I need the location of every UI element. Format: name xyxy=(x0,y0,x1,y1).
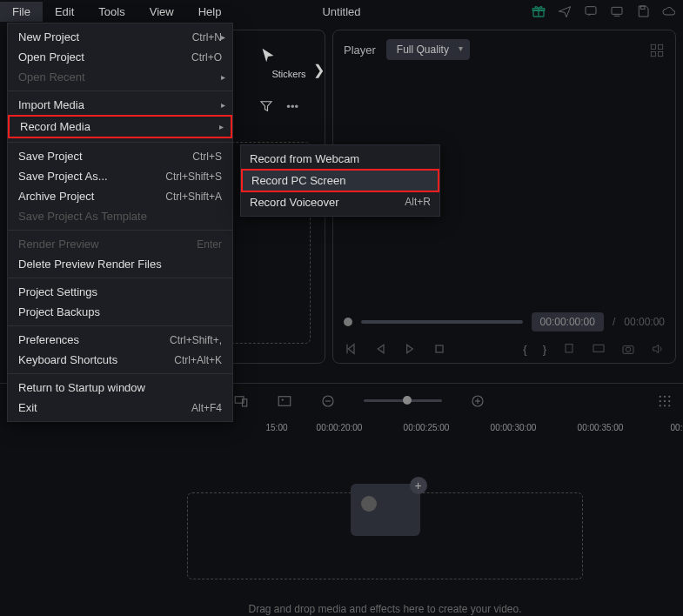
svg-rect-4 xyxy=(612,7,622,14)
menu-project-backups[interactable]: Project Backups xyxy=(8,302,232,322)
plane-icon[interactable] xyxy=(558,4,572,18)
panel-next-arrow[interactable]: ❯ xyxy=(313,62,325,78)
cloud-icon[interactable] xyxy=(662,4,676,18)
submenu-record-pc-screen[interactable]: Record PC Screen xyxy=(241,169,439,192)
menu-project-settings[interactable]: Project Settings xyxy=(8,282,232,302)
menu-keyboard-shortcuts[interactable]: Keyboard ShortcutsCtrl+Alt+K xyxy=(8,350,232,370)
menu-tools[interactable]: Tools xyxy=(86,2,137,22)
zoom-in-icon[interactable] xyxy=(470,393,485,409)
brace-left-icon[interactable]: { xyxy=(523,343,526,356)
chat-icon[interactable] xyxy=(584,4,598,18)
svg-point-31 xyxy=(664,399,666,401)
svg-point-21 xyxy=(282,398,284,400)
play-icon[interactable] xyxy=(403,342,417,356)
cursor-sticker-icon xyxy=(258,46,278,65)
progress-bar[interactable] xyxy=(361,320,523,324)
menu-import-media[interactable]: Import Media▸ xyxy=(8,95,232,115)
separator xyxy=(8,278,232,278)
svg-point-34 xyxy=(664,405,666,406)
chevron-right-icon: ▸ xyxy=(221,100,225,110)
menu-edit[interactable]: Edit xyxy=(43,2,86,22)
ruler-tick: 00:00:30:00 xyxy=(470,421,557,432)
svg-rect-6 xyxy=(640,6,645,9)
svg-rect-3 xyxy=(586,7,596,15)
total-time: 00:00:00 xyxy=(624,316,665,328)
menu-return-startup[interactable]: Return to Startup window xyxy=(8,378,232,398)
ruler-tick: 00:00:40 xyxy=(644,421,683,432)
svg-point-30 xyxy=(660,399,661,401)
submenu-record-webcam[interactable]: Record from Webcam xyxy=(241,149,439,169)
layout-grid-icon[interactable] xyxy=(649,43,665,58)
menu-save-project[interactable]: Save ProjectCtrl+S xyxy=(8,146,232,166)
submenu-record-voiceover[interactable]: Record VoiceoverAlt+R xyxy=(241,192,439,212)
svg-point-29 xyxy=(668,395,670,397)
svg-point-32 xyxy=(668,399,670,401)
record-media-submenu: Record from Webcam Record PC Screen Reco… xyxy=(240,144,440,217)
menu-delete-preview[interactable]: Delete Preview Render Files xyxy=(8,254,232,274)
chevron-right-icon: ▸ xyxy=(219,122,224,131)
menu-open-project[interactable]: Open ProjectCtrl+O xyxy=(8,47,232,67)
separator xyxy=(8,230,232,231)
ruler-tick: 00:00:25:00 xyxy=(383,421,470,432)
menu-help[interactable]: Help xyxy=(186,2,234,22)
save-icon[interactable] xyxy=(636,4,650,18)
menu-archive-project[interactable]: Archive ProjectCtrl+Shift+A xyxy=(8,186,232,206)
menu-record-media[interactable]: Record Media▸ xyxy=(8,115,232,138)
svg-rect-7 xyxy=(651,44,655,49)
menu-save-project-as[interactable]: Save Project As...Ctrl+Shift+S xyxy=(8,166,232,186)
media-placeholder-icon[interactable]: + xyxy=(351,484,420,536)
ruler-tick: 00:00:35:00 xyxy=(557,421,644,432)
brace-right-icon[interactable]: } xyxy=(543,343,546,356)
playhead-dot[interactable] xyxy=(344,318,352,326)
zoom-slider-thumb[interactable] xyxy=(403,396,412,405)
volume-icon[interactable] xyxy=(651,342,665,356)
play-back-icon[interactable] xyxy=(373,342,387,356)
sticker-label: Stickers xyxy=(258,69,319,79)
timeline-tracks[interactable]: + Drag and drop media and effects here t… xyxy=(0,439,683,595)
timeline-drop-zone[interactable]: + Drag and drop media and effects here t… xyxy=(187,492,583,579)
separator xyxy=(8,325,232,326)
svg-rect-8 xyxy=(659,44,663,49)
prev-frame-icon[interactable] xyxy=(344,342,358,356)
separator xyxy=(8,373,232,374)
menu-save-template: Save Project As Template xyxy=(8,206,232,226)
menu-open-recent: Open Recent▸ xyxy=(8,67,232,87)
add-media-button[interactable]: + xyxy=(410,477,427,494)
svg-rect-9 xyxy=(651,52,655,57)
svg-rect-12 xyxy=(566,345,573,352)
quality-dropdown[interactable]: Full Quality xyxy=(386,39,470,60)
menu-preferences[interactable]: PreferencesCtrl+Shift+, xyxy=(8,330,232,350)
tab-stickers[interactable]: Stickers xyxy=(258,46,319,79)
menu-exit[interactable]: ExitAlt+F4 xyxy=(8,398,232,418)
camera-icon[interactable] xyxy=(621,342,635,356)
more-icon[interactable]: ••• xyxy=(286,100,298,113)
marker-icon[interactable] xyxy=(562,342,576,356)
svg-point-35 xyxy=(668,405,670,406)
screen-icon[interactable] xyxy=(610,4,624,18)
chevron-right-icon: ▸ xyxy=(221,72,225,82)
file-dropdown-menu: New ProjectCtrl+N▸ Open ProjectCtrl+O Op… xyxy=(7,23,233,422)
svg-rect-10 xyxy=(659,52,663,57)
svg-rect-13 xyxy=(593,345,604,352)
zoom-out-icon[interactable] xyxy=(320,393,336,409)
menu-new-project[interactable]: New ProjectCtrl+N▸ xyxy=(8,27,232,47)
image-icon[interactable] xyxy=(277,393,292,409)
menu-file[interactable]: File xyxy=(0,2,43,22)
drop-hint-text: Drag and drop media and effects here to … xyxy=(249,603,522,615)
devices-icon[interactable] xyxy=(233,393,249,409)
filter-icon[interactable] xyxy=(258,98,274,114)
player-label: Player xyxy=(344,44,376,57)
display-icon[interactable] xyxy=(592,342,606,356)
document-title: Untitled xyxy=(322,5,360,18)
gift-icon[interactable] xyxy=(532,4,546,18)
dot-grid-icon[interactable] xyxy=(657,393,673,409)
zoom-slider[interactable] xyxy=(364,399,442,402)
svg-rect-20 xyxy=(278,396,291,405)
separator xyxy=(8,142,232,143)
separator xyxy=(8,90,232,91)
svg-point-15 xyxy=(626,347,630,352)
svg-point-27 xyxy=(660,395,661,397)
svg-rect-11 xyxy=(436,345,443,352)
menu-view[interactable]: View xyxy=(137,2,186,22)
stop-icon[interactable] xyxy=(432,342,446,356)
